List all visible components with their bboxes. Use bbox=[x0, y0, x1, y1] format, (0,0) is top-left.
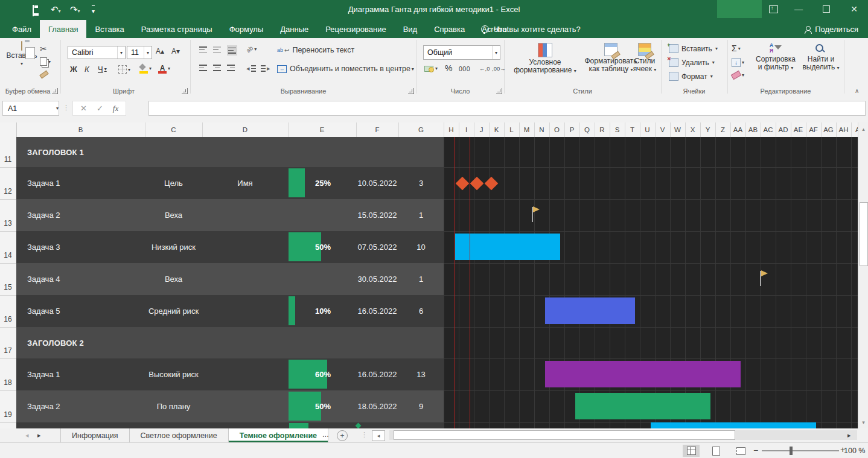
column-header-W[interactable]: W bbox=[670, 122, 685, 137]
column-header-B[interactable]: B bbox=[16, 122, 145, 137]
menu-tab-справка[interactable]: Справка bbox=[426, 20, 473, 38]
gantt-bar-row19[interactable] bbox=[575, 393, 710, 419]
increase-font-icon[interactable]: A▴ bbox=[156, 47, 164, 56]
column-header-S[interactable]: S bbox=[610, 122, 625, 137]
column-header-P[interactable]: P bbox=[564, 122, 579, 137]
menu-tab-разметка-страницы[interactable]: Разметка страницы bbox=[133, 20, 221, 38]
column-header-M[interactable]: M bbox=[519, 122, 534, 137]
column-header-U[interactable]: U bbox=[640, 122, 655, 137]
column-header-H[interactable]: H bbox=[444, 122, 459, 137]
column-header-I[interactable]: I bbox=[459, 122, 474, 137]
italic-button[interactable]: К bbox=[85, 65, 89, 74]
insert-cells-button[interactable]: + Вставить▾ bbox=[669, 44, 718, 53]
find-select-button[interactable]: Найти и выделить ▾ bbox=[800, 43, 841, 72]
gantt-bar-row16[interactable] bbox=[545, 297, 635, 324]
menu-tab-файл[interactable]: Файл bbox=[4, 20, 40, 38]
font-size-combo[interactable]: 11▾ bbox=[127, 46, 152, 59]
menu-tab-данные[interactable]: Данные bbox=[272, 20, 317, 38]
column-header-Z[interactable]: Z bbox=[715, 122, 730, 137]
underline-button[interactable]: Ч▾ bbox=[98, 65, 107, 74]
format-cells-button[interactable]: Формат▾ bbox=[669, 72, 713, 81]
column-header-D[interactable]: D bbox=[202, 122, 288, 137]
column-header-K[interactable]: K bbox=[489, 122, 504, 137]
alignment-dialog-launcher[interactable] bbox=[408, 88, 414, 94]
menu-tab-главная[interactable]: Главная bbox=[40, 20, 86, 38]
zoom-level[interactable]: 100 % bbox=[844, 447, 865, 455]
autosum-button[interactable]: Σ▾ bbox=[732, 43, 741, 53]
collapse-ribbon-icon[interactable]: ∧ bbox=[855, 87, 859, 94]
sheet-overflow[interactable]: ... bbox=[322, 430, 329, 439]
column-header-L[interactable]: L bbox=[504, 122, 519, 137]
number-dialog-launcher[interactable] bbox=[496, 88, 502, 94]
zoom-slider[interactable] bbox=[762, 450, 839, 451]
decrease-indent-icon[interactable]: ◂ bbox=[246, 65, 256, 72]
hscroll-right-icon[interactable]: ▸ bbox=[847, 431, 851, 439]
tabbar-splitter[interactable]: ⋮ bbox=[361, 431, 368, 439]
number-format-combo[interactable]: Общий▾ bbox=[423, 45, 500, 60]
column-header-J[interactable]: J bbox=[474, 122, 489, 137]
minimize-button[interactable]: — bbox=[788, 0, 809, 18]
menu-tab-вставка[interactable]: Вставка bbox=[86, 20, 132, 38]
align-left-icon[interactable] bbox=[199, 65, 207, 71]
horizontal-scroll-thumb[interactable] bbox=[394, 430, 735, 440]
gantt-flag-row15[interactable] bbox=[761, 270, 768, 276]
delete-cells-button[interactable]: ✕ Удалить▾ bbox=[669, 58, 715, 67]
tell-me-search[interactable]: Что вы хотите сделать? bbox=[481, 20, 581, 38]
column-header-X[interactable]: X bbox=[685, 122, 700, 137]
align-middle-icon[interactable] bbox=[213, 46, 221, 53]
borders-icon[interactable]: ▾ bbox=[118, 65, 130, 74]
font-color-icon[interactable]: А ▾ bbox=[158, 64, 170, 73]
column-header-AA[interactable]: AA bbox=[730, 122, 745, 137]
cell-styles-button[interactable]: Стили ячеек ▾ bbox=[629, 43, 660, 74]
align-right-icon[interactable] bbox=[227, 65, 235, 71]
column-header-T[interactable]: T bbox=[625, 122, 640, 137]
fill-color-icon[interactable]: ▾ bbox=[139, 64, 152, 73]
page-break-view-icon[interactable] bbox=[732, 445, 749, 457]
column-header-AF[interactable]: AF bbox=[806, 122, 821, 137]
menu-tab-формулы[interactable]: Формулы bbox=[221, 20, 272, 38]
name-box[interactable]: A1▾ bbox=[2, 101, 59, 116]
sheet-nav-right-icon[interactable]: ▸ bbox=[37, 431, 41, 439]
font-name-combo[interactable]: Calibri▾ bbox=[68, 46, 126, 59]
align-bottom-icon[interactable] bbox=[227, 45, 237, 56]
vertical-scroll-thumb[interactable] bbox=[860, 202, 868, 266]
vertical-scrollbar[interactable]: ▴ ▾ bbox=[858, 122, 868, 428]
zoom-out-icon[interactable]: − bbox=[753, 445, 758, 455]
merge-center-button[interactable]: ↔ Объединить и поместить в центре▾ bbox=[277, 65, 414, 73]
accounting-format-icon[interactable]: ▾ bbox=[424, 65, 438, 72]
column-header-AG[interactable]: AG bbox=[821, 122, 836, 137]
insert-function-icon[interactable]: fx bbox=[113, 104, 118, 113]
gantt-flag-row13[interactable] bbox=[533, 206, 540, 212]
bold-button[interactable]: Ж bbox=[70, 65, 77, 74]
orientation-icon[interactable]: ab▾ bbox=[246, 46, 257, 52]
font-dialog-launcher[interactable] bbox=[182, 88, 188, 94]
page-layout-view-icon[interactable] bbox=[707, 445, 724, 457]
percent-style-icon[interactable]: % bbox=[445, 63, 452, 73]
confirm-entry-icon[interactable]: ✓ bbox=[97, 104, 103, 113]
column-header-O[interactable]: O bbox=[549, 122, 564, 137]
conditional-formatting-button[interactable]: Условное форматирование ▾ bbox=[511, 43, 579, 75]
column-header-R[interactable]: R bbox=[595, 122, 610, 137]
column-header-G[interactable]: G bbox=[398, 122, 444, 137]
clear-button[interactable]: ▾ bbox=[732, 72, 744, 78]
formula-bar-splitter[interactable]: ⋮ bbox=[63, 104, 69, 112]
align-top-icon[interactable] bbox=[199, 46, 207, 53]
column-header-Y[interactable]: Y bbox=[700, 122, 715, 137]
sheet-tab-темное-оформление[interactable]: Темное оформление bbox=[229, 428, 328, 442]
scroll-down-icon[interactable]: ▾ bbox=[858, 419, 868, 425]
column-header-AI[interactable]: AI bbox=[851, 122, 858, 137]
sheet-tab-светлое-оформление[interactable]: Светлое оформление bbox=[130, 428, 229, 442]
horizontal-scrollbar[interactable] bbox=[389, 430, 857, 440]
column-header-C[interactable]: C bbox=[145, 122, 202, 137]
share-button[interactable]: Поделиться bbox=[805, 20, 858, 38]
column-header-V[interactable]: V bbox=[655, 122, 670, 137]
gantt-bar-row20[interactable] bbox=[651, 422, 816, 428]
zoom-slider-thumb[interactable] bbox=[790, 447, 793, 455]
wrap-text-button[interactable]: ab↩ Переносить текст bbox=[277, 46, 354, 54]
comma-style-icon[interactable]: 000 bbox=[459, 65, 470, 72]
decrease-font-icon[interactable]: A▾ bbox=[171, 47, 180, 56]
cancel-entry-icon[interactable]: ✕ bbox=[80, 104, 87, 113]
column-header-AD[interactable]: AD bbox=[776, 122, 791, 137]
column-header-Q[interactable]: Q bbox=[579, 122, 595, 137]
column-header-AE[interactable]: AE bbox=[791, 122, 806, 137]
